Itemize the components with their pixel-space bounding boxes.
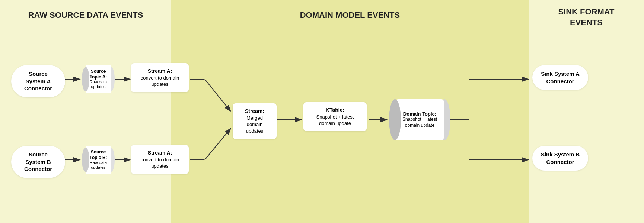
domain-topic-cyl-left <box>389 99 401 140</box>
sink-a-node: Sink System A Connector <box>532 65 588 90</box>
sink-section-bg <box>529 0 644 223</box>
stream-b-node: Stream A: convert to domain updates <box>131 145 189 174</box>
sink-b-node: Sink System B Connector <box>532 146 588 171</box>
topic-b-cyl-body: Source Topic B: Raw data updates <box>86 146 111 174</box>
source-b-node: Source System B Connector <box>11 146 65 178</box>
domain-section-title: DOMAIN MODEL EVENTS <box>171 10 529 20</box>
topic-a-cyl-body: Source Topic A: Raw data updates <box>86 65 111 93</box>
merged-stream-node: Stream: Merged domain updates <box>233 103 277 139</box>
raw-section-title: RAW SOURCE DATA EVENTS <box>0 10 171 20</box>
raw-section-bg <box>0 0 171 223</box>
topic-a-node: Source Topic A: Raw data updates <box>82 65 115 93</box>
stream-a-node: Stream A: convert to domain updates <box>131 63 189 92</box>
topic-a-cyl-left <box>82 67 89 91</box>
domain-topic-cyl-body: Domain Topic: Snapshot + latest domain u… <box>396 99 444 140</box>
diagram: RAW SOURCE DATA EVENTS DOMAIN MODEL EVEN… <box>0 0 644 223</box>
sink-section-title: SINK FORMATEVENTS <box>529 7 644 28</box>
domain-topic-node: Domain Topic: Snapshot + latest domain u… <box>389 99 450 140</box>
source-a-node: Source System A Connector <box>11 65 65 97</box>
topic-b-cyl-left <box>82 148 89 172</box>
ktable-node: KTable: Snapshot + latest domain update <box>303 102 367 131</box>
topic-b-node: Source Topic B: Raw data updates <box>82 146 115 174</box>
